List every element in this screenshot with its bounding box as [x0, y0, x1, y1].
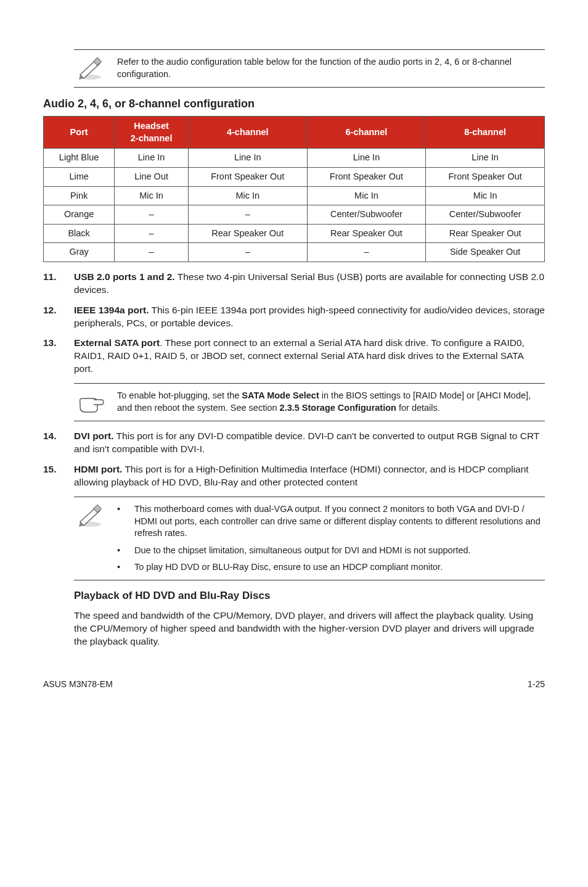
bullet-text: This motherboard comes with dual-VGA out…: [134, 503, 542, 540]
table-cell: Front Speaker Out: [188, 167, 307, 186]
list-item-15: 15. HDMI port. This port is for a High-D…: [43, 463, 545, 489]
table-row: PinkMic InMic InMic InMic In: [44, 186, 545, 205]
footer-left: ASUS M3N78-EM: [43, 679, 113, 690]
table-cell: Line In: [188, 149, 307, 168]
item-lead: HDMI port.: [74, 464, 122, 474]
table-cell: –: [115, 224, 189, 243]
note-sata-hotplug: To enable hot-plugging, set the SATA Mod…: [74, 383, 545, 421]
table-cell: Front Speaker Out: [426, 167, 545, 186]
item-body: External SATA port. These port connect t…: [74, 337, 545, 376]
hand-pointing-icon: [76, 390, 105, 415]
table-cell: Line In: [426, 149, 545, 168]
table-cell: –: [115, 243, 189, 262]
audio-config-table: PortHeadset2-channel4-channel6-channel8-…: [43, 116, 545, 262]
table-cell: Center/Subwoofer: [307, 205, 426, 225]
table-cell: Mic In: [426, 186, 545, 205]
bullet-icon: •: [117, 545, 123, 557]
item-lead: DVI port.: [74, 431, 114, 441]
table-cell: Pink: [44, 186, 115, 205]
table-cell: Gray: [44, 243, 115, 262]
item-number: 11.: [43, 271, 63, 297]
table-cell: –: [115, 205, 189, 225]
table-cell: Mic In: [307, 186, 426, 205]
item-rest: This port is for any DVI-D compatible de…: [74, 431, 539, 454]
note-dual-vga: •This motherboard comes with dual-VGA ou…: [74, 497, 545, 580]
item-lead: USB 2.0 ports 1 and 2.: [74, 271, 175, 282]
table-row: Orange––Center/SubwooferCenter/Subwoofer: [44, 205, 545, 225]
pencil-icon: [76, 56, 105, 81]
table-row: Gray–––Side Speaker Out: [44, 243, 545, 262]
table-cell: Line Out: [115, 167, 189, 186]
table-cell: Line In: [307, 149, 426, 168]
table-cell: Rear Speaker Out: [426, 224, 545, 243]
note-audio-config: Refer to the audio configuration table b…: [74, 49, 545, 88]
item-number: 12.: [43, 304, 63, 330]
table-cell: Mic In: [115, 186, 189, 205]
item-number: 15.: [43, 463, 63, 489]
item-lead: External SATA port: [74, 337, 160, 348]
table-header: Headset2-channel: [115, 117, 189, 149]
item-rest: This port is for a High-Definition Multi…: [74, 464, 529, 487]
table-cell: Mic In: [188, 186, 307, 205]
note-fragment: for details.: [396, 403, 440, 413]
item-body: HDMI port. This port is for a High-Defin…: [74, 463, 545, 489]
table-cell: Line In: [115, 149, 189, 168]
note-text: To enable hot-plugging, set the SATA Mod…: [117, 390, 542, 414]
item-body: USB 2.0 ports 1 and 2. These two 4-pin U…: [74, 271, 545, 297]
item-body: DVI port. This port is for any DVI-D com…: [74, 430, 545, 456]
table-row: Light BlueLine InLine InLine InLine In: [44, 149, 545, 168]
note-bold: SATA Mode Select: [242, 390, 319, 400]
table-row: LimeLine OutFront Speaker OutFront Speak…: [44, 167, 545, 186]
table-row: Black–Rear Speaker OutRear Speaker OutRe…: [44, 224, 545, 243]
item-body: IEEE 1394a port. This 6-pin IEEE 1394a p…: [74, 304, 545, 330]
table-cell: –: [188, 205, 307, 225]
table-cell: Front Speaker Out: [307, 167, 426, 186]
list-item-14: 14. DVI port. This port is for any DVI-D…: [43, 430, 545, 456]
item-number: 13.: [43, 337, 63, 376]
table-header: 8-channel: [426, 117, 545, 149]
table-header: 4-channel: [188, 117, 307, 149]
table-cell: –: [188, 243, 307, 262]
table-header: 6-channel: [307, 117, 426, 149]
playback-body: The speed and bandwidth of the CPU/Memor…: [74, 609, 545, 648]
audio-config-heading: Audio 2, 4, 6, or 8-channel configuratio…: [43, 96, 545, 111]
bullet-text: To play HD DVD or BLU-Ray Disc, ensure t…: [134, 561, 443, 574]
table-header: Port: [44, 117, 115, 149]
footer-right: 1-25: [528, 679, 545, 690]
list-item-13: 13. External SATA port. These port conne…: [43, 337, 545, 376]
bullet-icon: •: [117, 503, 123, 540]
item-lead: IEEE 1394a port.: [74, 305, 149, 315]
port-description-list-cont: 14. DVI port. This port is for any DVI-D…: [43, 430, 545, 489]
table-cell: Lime: [44, 167, 115, 186]
table-cell: –: [307, 243, 426, 262]
table-cell: Center/Subwoofer: [426, 205, 545, 225]
note-bold: 2.3.5 Storage Configuration: [280, 403, 396, 413]
table-cell: Rear Speaker Out: [307, 224, 426, 243]
bullet-text: Due to the chipset limitation, simultane…: [134, 545, 471, 557]
table-cell: Orange: [44, 205, 115, 225]
port-description-list: 11. USB 2.0 ports 1 and 2. These two 4-p…: [43, 271, 545, 376]
item-number: 14.: [43, 430, 63, 456]
list-item-12: 12. IEEE 1394a port. This 6-pin IEEE 139…: [43, 304, 545, 330]
table-cell: Side Speaker Out: [426, 243, 545, 262]
table-cell: Rear Speaker Out: [188, 224, 307, 243]
bullet-icon: •: [117, 561, 123, 574]
page-footer: ASUS M3N78-EM 1-25: [43, 679, 545, 690]
table-cell: Light Blue: [44, 149, 115, 168]
list-item-11: 11. USB 2.0 ports 1 and 2. These two 4-p…: [43, 271, 545, 297]
playback-heading: Playback of HD DVD and Blu-Ray Discs: [74, 589, 545, 603]
note-fragment: To enable hot-plugging, set the: [117, 390, 242, 400]
table-cell: Black: [44, 224, 115, 243]
note-text: Refer to the audio configuration table b…: [117, 56, 542, 80]
pencil-icon: [76, 503, 105, 528]
note-text: •This motherboard comes with dual-VGA ou…: [117, 503, 542, 574]
